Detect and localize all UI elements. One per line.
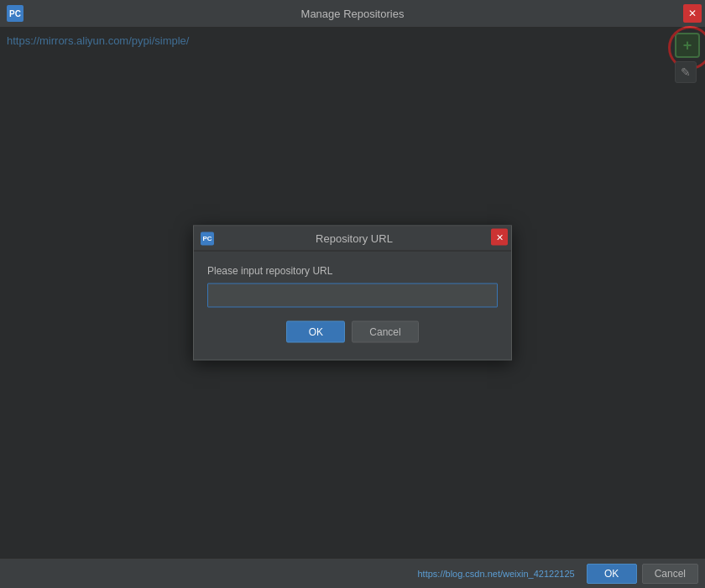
dialog-title: Repository URL [221, 232, 488, 245]
main-window: PC Manage Repositories ✕ https://mirrors… [0, 0, 705, 588]
repository-url-dialog: PC Repository URL ✕ Please input reposit… [193, 226, 512, 361]
main-cancel-button[interactable]: Cancel [642, 564, 698, 584]
dialog-app-icon: PC [201, 232, 214, 245]
dialog-title-bar: PC Repository URL ✕ [194, 226, 511, 252]
title-bar: PC Manage Repositories ✕ [0, 0, 705, 28]
main-ok-button[interactable]: OK [587, 564, 637, 584]
content-area: https://mirrors.aliyun.com/pypi/simple/ … [0, 28, 705, 558]
window-title: Manage Repositories [301, 8, 405, 20]
dialog-content: Please input repository URL OK Cancel [194, 252, 511, 360]
dialog-buttons: OK Cancel [207, 321, 498, 346]
app-icon: PC [7, 5, 24, 22]
dialog-ok-button[interactable]: OK [286, 321, 345, 343]
dialog-close-button[interactable]: ✕ [491, 229, 508, 246]
bottom-info-text: https://blog.csdn.net/weixin_42122125 [7, 569, 582, 579]
dialog-label: Please input repository URL [207, 265, 498, 277]
window-close-button[interactable]: ✕ [683, 4, 702, 23]
bottom-bar: https://blog.csdn.net/weixin_42122125 OK… [0, 558, 705, 588]
dialog-cancel-button[interactable]: Cancel [352, 321, 418, 343]
repository-url-input[interactable] [207, 284, 498, 308]
